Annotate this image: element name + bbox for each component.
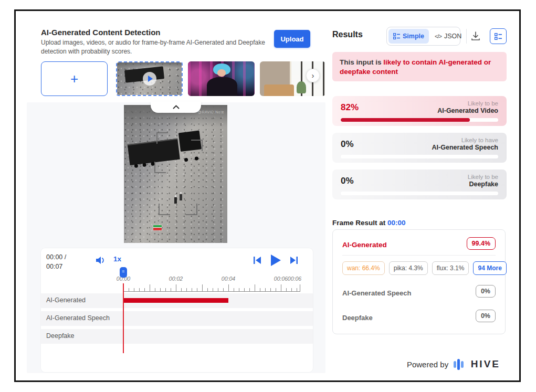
track-row-ai-generated: AI-Generated	[41, 293, 313, 308]
frame-deepfake-label: Deepfake	[342, 314, 373, 322]
frame-speech-badge: 0%	[476, 285, 496, 298]
plant-shape	[297, 81, 306, 93]
frame-result-heading: Frame Result at 00:00	[332, 219, 406, 227]
playback-time: 00:00 / 00:07	[46, 253, 66, 271]
tab-json-view[interactable]: </> JSON	[430, 29, 466, 44]
model-chip-row: wan: 66.4% pika: 4.3% flux: 3.1% 94 More	[342, 261, 507, 275]
model-chip-pika[interactable]: pika: 4.3%	[389, 261, 428, 275]
list-view-icon	[393, 33, 400, 39]
chevron-up-icon	[173, 105, 180, 109]
sofa-shape	[264, 84, 295, 96]
cyberpunk-preview	[188, 61, 255, 96]
model-chip-flux[interactable]: flux: 3.1%	[432, 261, 469, 275]
video-frame[interactable]: @RAVID.Note	[124, 105, 227, 243]
target-bracket	[186, 204, 197, 215]
frame-primary-badge: 99.4%	[467, 237, 496, 250]
skip-to-start-icon[interactable]	[253, 256, 261, 264]
detection-alert: This input is likely to contain AI-gener…	[332, 52, 507, 81]
target-bracket	[191, 140, 203, 151]
tab-simple-view[interactable]: Simple	[388, 29, 429, 44]
results-title: Results	[332, 30, 363, 39]
score-qualifier: Likely to be	[468, 174, 498, 180]
collapse-player-button[interactable]	[151, 101, 201, 113]
thumbnail-carousel: +	[41, 61, 325, 96]
volume-icon[interactable]	[96, 256, 106, 264]
score-percent: 0%	[341, 139, 354, 150]
target-bracket	[156, 132, 168, 144]
score-percent: 0%	[341, 176, 354, 186]
playhead-handle[interactable]	[120, 267, 127, 278]
track-label: Deepfake	[46, 332, 75, 340]
chevron-right-icon: ›	[312, 71, 314, 80]
powered-by-footer: Powered by HIVE	[16, 358, 500, 370]
track-label: AI-Generated	[46, 296, 86, 304]
progress-track	[341, 192, 498, 195]
progress-fill	[341, 118, 470, 122]
thumbnail-cyberpunk[interactable]	[188, 61, 255, 96]
header-divider	[466, 29, 467, 44]
json-tab-label: JSON	[444, 33, 461, 40]
frame-result-text: Frame Result at	[332, 219, 385, 227]
ruler-labels: 00:00 00:02 00:04 00:06 00:06	[123, 276, 300, 282]
truck-video-preview	[117, 62, 182, 95]
app-window: AI-Generated Content Detection Upload im…	[14, 9, 521, 382]
figure-jacket	[207, 77, 237, 96]
play-icon[interactable]	[270, 254, 281, 267]
card-divider	[342, 255, 496, 256]
ruler-ticks[interactable]	[123, 283, 300, 292]
person-figure	[180, 194, 182, 200]
more-models-button[interactable]: 94 More	[473, 261, 506, 275]
view-toggle: Simple </> JSON	[386, 27, 460, 46]
score-qualifier: Likely to be	[468, 100, 498, 107]
score-card-deepfake: 0% Likely to be Deepfake	[332, 169, 507, 199]
powered-by-text: Powered by	[407, 360, 448, 369]
simple-tab-label: Simple	[403, 33, 424, 40]
timeline-card: 00:00 / 00:07 1x 00:00 00:02 00:04 00:06…	[41, 248, 313, 372]
frame-result-time[interactable]: 00:00	[387, 219, 406, 227]
hive-logo-icon	[454, 359, 464, 370]
add-media-tile[interactable]: +	[41, 61, 108, 96]
play-overlay-icon	[143, 72, 156, 86]
progress-track	[341, 118, 498, 122]
person-figure	[174, 197, 177, 204]
score-qualifier: Likely to have	[461, 137, 498, 143]
score-label: AI-Generated Video	[437, 107, 498, 114]
skip-to-end-icon[interactable]	[290, 256, 298, 264]
playback-speed-button[interactable]: 1x	[113, 255, 121, 263]
model-chip-wan[interactable]: wan: 66.4%	[342, 261, 385, 275]
list-view-icon	[495, 33, 502, 40]
download-icon[interactable]	[470, 31, 481, 41]
detection-bar	[123, 298, 228, 303]
frame-primary-label: AI-Generated	[342, 241, 387, 249]
plus-icon: +	[70, 71, 78, 87]
target-bracket	[154, 162, 166, 173]
figure-face	[217, 69, 226, 77]
track-row-deepfake: Deepfake	[41, 329, 313, 344]
frame-result-card: AI-Generated 99.4% wan: 66.4% pika: 4.3%…	[332, 229, 506, 334]
score-label: Deepfake	[469, 181, 498, 188]
score-label: AI-Generated Speech	[432, 144, 498, 151]
hive-wordmark: HIVE	[471, 358, 500, 370]
target-bracket	[159, 204, 170, 215]
score-card-ai-video: 82% Likely to be AI-Generated Video	[332, 96, 507, 126]
panel-layout-button[interactable]	[490, 28, 507, 44]
frame-deepfake-badge: 0%	[476, 310, 496, 322]
page-subtitle: Upload images, videos, or audio for fram…	[41, 38, 267, 57]
score-percent: 82%	[341, 102, 359, 113]
track-row-ai-speech: AI-Generated Speech	[41, 311, 313, 326]
carousel-next-button[interactable]: ›	[306, 69, 320, 82]
score-card-ai-speech: 0% Likely to have AI-Generated Speech	[332, 133, 507, 163]
video-watermark: @RAVID.Note	[198, 110, 224, 114]
playhead-line	[123, 283, 124, 353]
track-label: AI-Generated Speech	[46, 314, 110, 322]
upload-button[interactable]: Upload	[274, 30, 310, 48]
progress-track	[341, 155, 498, 158]
frame-speech-label: AI-Generated Speech	[342, 289, 412, 297]
thumbnail-truck-video[interactable]	[116, 61, 183, 96]
code-icon: </>	[435, 33, 442, 39]
flag-watermark	[153, 225, 162, 230]
page-title: AI-Generated Content Detection	[41, 28, 161, 37]
alert-prefix: This input is	[340, 58, 383, 66]
